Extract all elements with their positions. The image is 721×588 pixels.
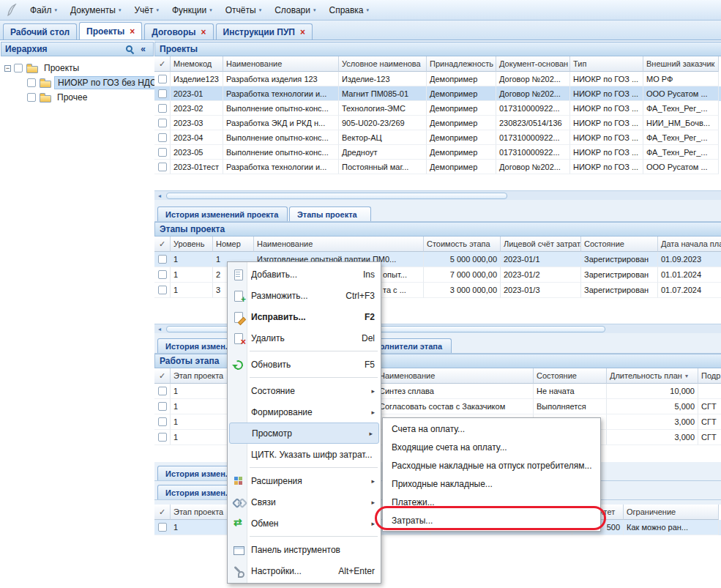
column-header[interactable]: Мнемокод	[171, 56, 223, 72]
checkbox[interactable]	[158, 148, 167, 157]
checkbox[interactable]	[158, 119, 167, 127]
column-header[interactable]: Наименование	[223, 56, 339, 72]
menu-help[interactable]: Справка▾	[322, 2, 376, 18]
column-header[interactable]: Стоимость этапа	[424, 237, 501, 252]
projects-horizontal-scrollbar[interactable]: ◂ ▸	[154, 190, 721, 200]
menu-exchange[interactable]: Обмен▸	[228, 513, 381, 534]
checkbox[interactable]	[158, 387, 167, 395]
column-header[interactable]: Состояние	[581, 237, 658, 252]
menu-duplicate[interactable]: Размножить...Ctrl+F3	[228, 285, 381, 306]
checkbox[interactable]	[158, 104, 167, 113]
tab[interactable]: История изменений проекта	[157, 206, 288, 221]
column-header[interactable]: Лицевой счёт затрат.	[501, 237, 581, 252]
submenu-invoices[interactable]: Счета на оплату...	[383, 420, 600, 438]
checkbox[interactable]	[158, 89, 167, 98]
menu-edit[interactable]: Исправить...F2	[228, 306, 381, 327]
menu-citk-cost-code[interactable]: ЦИТК. Указать шифр затрат...	[228, 444, 381, 465]
tree-item[interactable]: −Проекты	[0, 61, 154, 75]
checkbox[interactable]	[27, 78, 36, 87]
collapse-panel-button[interactable]: «	[137, 43, 149, 55]
table-row[interactable]: 2023-01тестРазработка технологии и...Пос…	[154, 160, 721, 174]
table-row[interactable]: 2023-04Выполнение опытно-конс...Вектор-А…	[154, 130, 721, 145]
tab-contracts[interactable]: Договоры×	[144, 23, 213, 40]
table-row[interactable]: Изделие123Разработка изделия 123Изделие-…	[154, 72, 721, 86]
checkbox[interactable]	[27, 93, 36, 102]
checkbox[interactable]	[158, 417, 167, 426]
column-header[interactable]: Наименование	[376, 368, 534, 384]
checkbox[interactable]	[158, 255, 167, 264]
column-header[interactable]: Длительность план▾	[607, 368, 698, 384]
submenu-incoming-invoices[interactable]: Входящие счета на оплату...	[383, 438, 600, 456]
tree-item[interactable]: Прочее	[0, 90, 154, 105]
menu-settings[interactable]: Настройки...Alt+Enter	[228, 560, 381, 581]
column-header-label: Лицевой счёт затрат.	[504, 239, 581, 248]
close-tab-icon[interactable]: ×	[130, 28, 135, 35]
expander-icon[interactable]: −	[4, 65, 11, 72]
tree-item[interactable]: НИОКР по ГОЗ без НДС	[0, 75, 154, 90]
column-header[interactable]: Номер	[213, 237, 254, 252]
table-row[interactable]: 2023-02Выполнение опытно-конс...Технолог…	[154, 101, 721, 116]
checkbox[interactable]	[158, 402, 167, 411]
checkbox[interactable]	[158, 270, 167, 279]
checkbox[interactable]	[158, 163, 167, 171]
column-header[interactable]: ✓	[154, 237, 171, 252]
column-header[interactable]: Документ-основан	[496, 56, 570, 72]
submenu-expense-notes[interactable]: Расходные накладные на отпуск потребител…	[383, 456, 600, 475]
menu-delete[interactable]: УдалитьDel	[228, 327, 381, 349]
scroll-left-icon[interactable]: ◂	[154, 191, 165, 201]
column-header[interactable]: Принадлежность	[427, 56, 496, 72]
menu-label: Отчёты	[225, 5, 256, 15]
table-cell: Выполняется	[534, 399, 607, 414]
column-header[interactable]: ✓	[154, 56, 171, 72]
tab-desktop[interactable]: Рабочий стол	[3, 23, 77, 40]
close-tab-icon[interactable]: ×	[201, 29, 206, 36]
checkbox[interactable]	[158, 286, 167, 294]
column-header[interactable]: ✓	[154, 505, 171, 520]
scrollbar-thumb[interactable]	[166, 193, 507, 199]
menu-toolbar-panel[interactable]: Панель инструментов	[228, 539, 381, 560]
checkbox[interactable]	[158, 75, 167, 83]
checkbox[interactable]	[158, 133, 167, 142]
column-header[interactable]: Уровень	[171, 237, 213, 252]
cell-value: 017310000922...	[499, 104, 560, 113]
tab-instructions[interactable]: Инструкции ПУП×	[216, 23, 313, 40]
submenu-arrow-icon: ▸	[371, 520, 375, 527]
menu-reports[interactable]: Отчёты▾	[219, 2, 268, 18]
checkbox[interactable]	[14, 64, 23, 72]
column-header[interactable]: Ограничение	[624, 505, 719, 520]
tab[interactable]: Этапы проекта	[289, 206, 371, 221]
menu-extensions[interactable]: Расширения▸	[228, 470, 381, 491]
checkbox[interactable]	[158, 523, 167, 532]
submenu-costs[interactable]: Затраты...	[383, 511, 600, 529]
menu-view[interactable]: Просмотр▸	[229, 423, 379, 444]
submenu-payments[interactable]: Платежи...	[383, 493, 600, 511]
column-header[interactable]: Состояние	[534, 368, 607, 384]
column-header[interactable]: Тип	[570, 56, 643, 72]
column-header[interactable]: Подр...	[698, 368, 721, 384]
row-checkbox-cell	[154, 160, 171, 174]
column-header[interactable]: ✓	[154, 368, 171, 384]
column-header[interactable]: Наименование	[254, 237, 424, 252]
table-row[interactable]: 2023-01Разработка технологии и...Магнит …	[154, 86, 721, 101]
menu-file[interactable]: Файл▾	[23, 2, 64, 18]
close-tab-icon[interactable]: ×	[300, 29, 305, 36]
menu-functions[interactable]: Функции▾	[165, 2, 219, 18]
column-header[interactable]: Условное наименова	[339, 56, 427, 72]
tab-projects[interactable]: Проекты×	[79, 22, 142, 40]
table-row[interactable]: 2023-03Разработка ЭКД и РКД н...905-U020…	[154, 116, 721, 130]
submenu-receipt-notes[interactable]: Приходные накладные...	[383, 475, 600, 493]
menu-dictionaries[interactable]: Словари▾	[268, 2, 322, 18]
checkbox[interactable]	[158, 433, 167, 442]
search-button[interactable]	[123, 43, 135, 55]
menu-state[interactable]: Состояние▸	[228, 380, 381, 401]
scroll-left-icon[interactable]: ◂	[154, 324, 165, 334]
menu-links[interactable]: Связи▸	[228, 491, 381, 513]
column-header[interactable]: Дата начала план	[658, 237, 721, 252]
menu-refresh[interactable]: ОбновитьF5	[228, 354, 381, 375]
menu-accounting[interactable]: Учёт▾	[127, 2, 165, 18]
menu-add[interactable]: Добавить...Ins	[228, 264, 381, 285]
menu-formation[interactable]: Формирование▸	[228, 401, 381, 423]
column-header[interactable]: Внешний заказчик	[643, 56, 719, 72]
table-row[interactable]: 2023-05Выполнение опытно-конс...Дредноут…	[154, 145, 721, 160]
menu-documents[interactable]: Документы▾	[64, 2, 127, 18]
